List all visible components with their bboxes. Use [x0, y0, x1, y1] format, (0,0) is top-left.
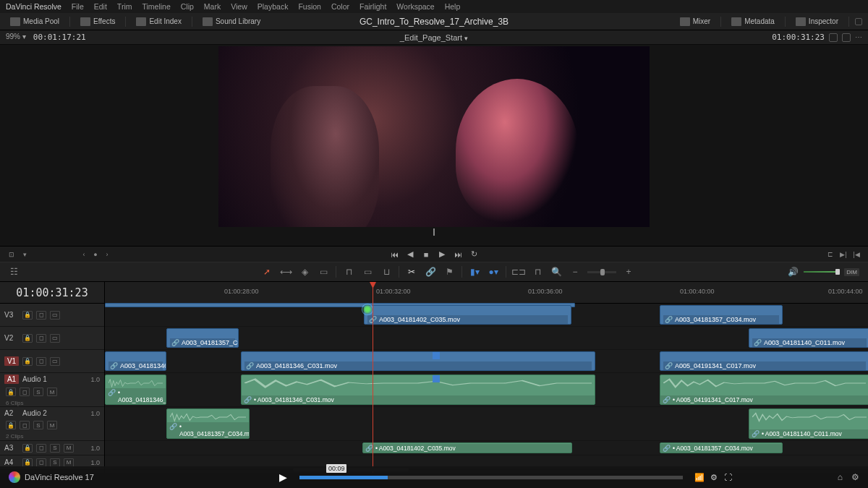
- selection-tool-icon[interactable]: ➚: [260, 266, 273, 278]
- arm-icon[interactable]: ◻: [20, 388, 30, 396]
- track-label[interactable]: V1: [4, 356, 19, 366]
- video-track-v1[interactable]: 🔗A003_04181346_C...🔗A003_04181346_C031.m…: [105, 350, 868, 373]
- panel-toggle[interactable]: [855, 18, 862, 25]
- lock-icon[interactable]: 🔒: [22, 357, 33, 366]
- video-progress-bar[interactable]: 00:09: [299, 476, 683, 479]
- track-label[interactable]: A3: [4, 444, 19, 452]
- menu-davinci-resolve[interactable]: DaVinci Resolve: [6, 2, 61, 11]
- edit-point-indicator[interactable]: [362, 304, 373, 315]
- timeline-name[interactable]: _Edit_Page_Start: [400, 33, 462, 42]
- metadata-button[interactable]: Metadata: [727, 16, 779, 27]
- program-viewer[interactable]: [218, 46, 650, 227]
- project-settings-icon[interactable]: ⚙: [851, 472, 859, 482]
- home-icon[interactable]: ⌂: [838, 472, 843, 482]
- speaker-icon[interactable]: 🔊: [786, 266, 799, 278]
- first-frame-button[interactable]: ⏮: [389, 250, 399, 259]
- clip-marker[interactable]: [433, 374, 440, 382]
- audio-clip[interactable]: 🔗• A003_04181346_C031.mov: [241, 374, 595, 405]
- razor-icon[interactable]: ✂: [405, 266, 418, 278]
- video-clip[interactable]: 🔗A003_04181346_C031.mov: [241, 351, 595, 371]
- auto-select-icon[interactable]: ◻: [36, 334, 46, 343]
- video-clip[interactable]: 🔗A003_04181357_C034.mov: [660, 305, 783, 325]
- replace-icon[interactable]: ⊔: [380, 266, 393, 278]
- next-clip-icon[interactable]: ›: [103, 250, 111, 259]
- track-name[interactable]: Audio 1: [22, 375, 87, 383]
- lock-icon[interactable]: 🔒: [6, 388, 16, 396]
- timeline-view-options-icon[interactable]: ☷: [7, 266, 20, 278]
- effects-button[interactable]: Effects: [76, 16, 119, 27]
- marker-icon[interactable]: ●▾: [487, 266, 500, 278]
- menu-edit[interactable]: Edit: [94, 2, 107, 11]
- audio-track-head-a1[interactable]: A1Audio 11.0🔒◻SM6 Clips: [0, 373, 104, 407]
- zoom-dropdown[interactable]: 99% ▾: [6, 33, 26, 42]
- prev-clip-icon[interactable]: ‹: [80, 250, 88, 259]
- lock-icon[interactable]: 🔒: [22, 458, 33, 467]
- sound-library-button[interactable]: Sound Library: [198, 16, 265, 27]
- auto-select-icon[interactable]: ◻: [36, 357, 46, 366]
- options-menu-icon[interactable]: ⋯: [855, 33, 862, 41]
- dynamic-trim-icon[interactable]: ◈: [298, 266, 311, 278]
- last-frame-button[interactable]: ⏭: [453, 250, 463, 259]
- snap-icon[interactable]: ⊏⊐: [512, 266, 525, 278]
- mute-button[interactable]: M: [64, 458, 74, 467]
- dim-button[interactable]: DIM: [844, 268, 859, 276]
- video-track-v2[interactable]: 🔗A003_04181357_C034...🔗A003_04181140_C01…: [105, 327, 868, 350]
- audio-clip[interactable]: 🔗• A005_04191341_C017.mov: [660, 374, 868, 405]
- menu-timeline[interactable]: Timeline: [142, 2, 170, 11]
- fullscreen-icon[interactable]: ⛶: [723, 473, 733, 482]
- mute-button[interactable]: M: [47, 421, 57, 429]
- track-area[interactable]: 01:00:28:0001:00:32:0001:00:36:0001:00:4…: [105, 282, 868, 473]
- audio-track-head-a3[interactable]: A3🔒◻SM1.0: [0, 441, 104, 455]
- video-track-head-v3[interactable]: V3🔒◻▭: [0, 304, 104, 327]
- link-selection-icon[interactable]: ⊓: [531, 266, 544, 278]
- menu-color[interactable]: Color: [331, 2, 349, 11]
- transform-tool-icon[interactable]: ⊡: [7, 250, 16, 259]
- marker-flag-icon[interactable]: ▮▾: [468, 266, 481, 278]
- solo-button[interactable]: S: [50, 458, 60, 467]
- menu-file[interactable]: File: [72, 2, 84, 11]
- track-label[interactable]: V3: [4, 311, 19, 319]
- menu-mark[interactable]: Mark: [204, 2, 221, 11]
- play-button[interactable]: ▶: [437, 249, 447, 259]
- menu-clip[interactable]: Clip: [181, 2, 194, 11]
- mixer-button[interactable]: Mixer: [676, 16, 715, 27]
- video-play-button[interactable]: ▶: [275, 470, 292, 484]
- video-track-head-v1[interactable]: V1🔒◻▭: [0, 350, 104, 373]
- video-track-head-v2[interactable]: V2🔒◻▭: [0, 327, 104, 350]
- menu-trim[interactable]: Trim: [117, 2, 132, 11]
- auto-select-icon[interactable]: ◻: [36, 311, 46, 320]
- mute-button[interactable]: M: [47, 388, 57, 396]
- inspector-button[interactable]: Inspector: [791, 16, 843, 27]
- zoom-out-icon[interactable]: −: [569, 266, 582, 278]
- video-track-v3[interactable]: 🔗A003_04181402_C035.mov🔗A003_04181357_C0…: [105, 304, 868, 327]
- track-name[interactable]: Audio 2: [22, 409, 87, 417]
- menu-workspace[interactable]: Workspace: [396, 2, 434, 11]
- arm-icon[interactable]: ◻: [20, 421, 30, 429]
- track-label[interactable]: A4: [4, 458, 19, 466]
- go-next-icon[interactable]: |◀: [852, 250, 861, 259]
- playhead[interactable]: [373, 282, 373, 473]
- play-reverse-button[interactable]: ◀: [405, 249, 415, 259]
- edit-index-button[interactable]: Edit Index: [132, 16, 185, 27]
- link-icon[interactable]: 🔗: [424, 266, 437, 278]
- audio-track-a2[interactable]: 🔗• A003_04181357_C034.mov🔗• A003_0418114…: [105, 407, 868, 441]
- menu-help[interactable]: Help: [445, 2, 461, 11]
- zoom-in-icon[interactable]: +: [622, 266, 635, 278]
- blade-tool-icon[interactable]: ▭: [317, 266, 330, 278]
- video-clip[interactable]: 🔗A003_04181402_C035.mov: [364, 305, 571, 325]
- enable-icon[interactable]: ▭: [50, 334, 60, 343]
- enable-icon[interactable]: ▭: [50, 357, 60, 366]
- solo-button[interactable]: S: [33, 421, 43, 429]
- video-clip[interactable]: 🔗A003_04181357_C034...: [166, 328, 239, 348]
- menu-view[interactable]: View: [231, 2, 247, 11]
- volume-icon[interactable]: 📶: [694, 473, 705, 482]
- chevron-down-icon[interactable]: ▾: [464, 35, 468, 42]
- timeline-ruler[interactable]: 01:00:28:0001:00:32:0001:00:36:0001:00:4…: [105, 282, 868, 304]
- single-viewer-icon[interactable]: [842, 33, 851, 42]
- go-prev-icon[interactable]: ▶|: [839, 250, 848, 259]
- menu-fusion[interactable]: Fusion: [298, 2, 321, 11]
- audio-clip[interactable]: 🔗• A003_04181346_...: [105, 374, 166, 405]
- flag-icon[interactable]: ⚑: [443, 266, 456, 278]
- match-frame-icon[interactable]: ⊏: [826, 250, 835, 259]
- media-pool-button[interactable]: Media Pool: [6, 16, 64, 27]
